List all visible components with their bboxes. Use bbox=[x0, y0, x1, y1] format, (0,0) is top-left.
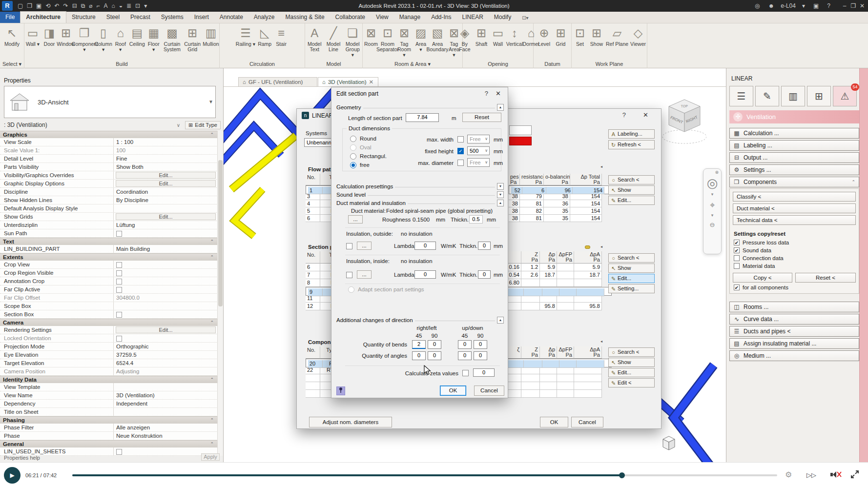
systems-sliders-button[interactable]: ☰ bbox=[729, 86, 753, 106]
restore-button[interactable]: ❐ bbox=[849, 2, 857, 9]
lambda-input[interactable]: 0 bbox=[414, 242, 436, 250]
property-value[interactable]: 304800.0 bbox=[113, 294, 218, 302]
components-edit--2-button[interactable]: Edit...✎ bbox=[608, 368, 655, 377]
property-value[interactable] bbox=[113, 310, 218, 318]
ribbon-tab-insert[interactable]: Insert bbox=[189, 12, 214, 23]
ribbon-button-floor[interactable]: ▦Floor ▾ bbox=[145, 25, 162, 61]
ribbon-button-mullion[interactable]: ▥Mullion bbox=[203, 25, 219, 61]
sheet-icon[interactable]: ⧉ bbox=[81, 2, 85, 9]
insulation-inside-checkbox[interactable] bbox=[346, 272, 352, 278]
property-value[interactable]: 1 : 100 bbox=[113, 138, 218, 146]
property-value[interactable]: Fine bbox=[113, 155, 218, 163]
property-value[interactable]: Edit... bbox=[113, 213, 218, 221]
volume-muted-icon[interactable] bbox=[830, 470, 842, 481]
navigation-bar[interactable]: ⊗ ◎ ▾ ⌖ ▾ ⊖ bbox=[703, 168, 722, 254]
properties-section-general[interactable]: General⌃ bbox=[0, 440, 218, 447]
radio-rectangular[interactable] bbox=[350, 153, 356, 160]
ribbon-button-curtain-grid[interactable]: ⊞Curtain Grid bbox=[182, 25, 203, 61]
collapse-section-button[interactable]: ▲ bbox=[497, 104, 504, 111]
ribbon-button-stair[interactable]: ≡Stair bbox=[273, 25, 289, 61]
close-icon[interactable]: ✕ bbox=[369, 79, 374, 85]
components-show-1-button[interactable]: Show↖ bbox=[608, 358, 655, 367]
settings-gear-icon[interactable]: ⚙ bbox=[785, 470, 792, 479]
minimize-button[interactable]: – bbox=[841, 2, 848, 9]
property-value[interactable] bbox=[113, 334, 218, 342]
properties-help-link[interactable]: Properties help bbox=[4, 455, 40, 461]
radio-free[interactable] bbox=[350, 162, 356, 168]
max-diameter-checkbox[interactable] bbox=[457, 160, 464, 166]
progress-track[interactable] bbox=[72, 474, 777, 476]
properties-section-phasing[interactable]: Phasing⌃ bbox=[0, 416, 218, 424]
ribbon-button-show[interactable]: ⊞Show bbox=[588, 25, 605, 61]
section-show-button[interactable]: Show↖ bbox=[608, 264, 655, 273]
fullscreen-icon[interactable] bbox=[850, 470, 859, 481]
max-width-select[interactable]: Free∨ bbox=[467, 135, 490, 143]
edit-type-button[interactable]: ⊞ Edit Type bbox=[185, 121, 221, 129]
flow-edit--button[interactable]: Edit...✎ bbox=[608, 196, 655, 205]
ribbon-tab-analyze[interactable]: Analyze bbox=[248, 12, 280, 23]
edit-button[interactable]: Edit... bbox=[116, 326, 216, 333]
ribbon-tab-view[interactable]: View bbox=[371, 12, 394, 23]
view-cube[interactable]: TOP FRONT RIGHT bbox=[660, 94, 706, 148]
collapse-icon[interactable]: ⌃ bbox=[210, 254, 214, 261]
ribbon-button-room-separator[interactable]: ⊡Room Separator bbox=[379, 25, 396, 61]
ribbon-button-grid[interactable]: ⊞Grid bbox=[553, 25, 569, 61]
ribbon-button-modify[interactable]: ↖Modify bbox=[3, 25, 21, 61]
ribbon-tab-add-ins[interactable]: Add-Ins bbox=[426, 12, 456, 23]
properties-scrollbar[interactable] bbox=[217, 131, 223, 456]
edit-button[interactable]: Edit... bbox=[116, 180, 216, 187]
cancel-button[interactable]: Cancel bbox=[571, 417, 603, 427]
properties-section-text[interactable]: Text⌃ bbox=[0, 238, 218, 245]
close-icon[interactable]: ✕ bbox=[496, 90, 501, 97]
ok-button[interactable]: OK bbox=[540, 417, 568, 427]
save-icon[interactable]: ▣ bbox=[36, 2, 41, 9]
property-value[interactable] bbox=[113, 269, 218, 277]
calculation--button[interactable]: ▦Calculation ... bbox=[729, 128, 859, 139]
property-value[interactable]: Edit... bbox=[113, 326, 218, 334]
assign-insulating-material--button[interactable]: ▤Assign insulating material ... bbox=[729, 338, 859, 349]
bends-90-rl-input[interactable]: 0 bbox=[428, 340, 441, 349]
property-checkbox[interactable] bbox=[116, 449, 122, 455]
property-value[interactable]: 100 bbox=[113, 146, 218, 154]
checkbox[interactable]: ✔ bbox=[734, 247, 740, 253]
calculate-zeta-checkbox[interactable] bbox=[462, 370, 469, 376]
property-checkbox[interactable] bbox=[116, 262, 122, 268]
collapse-icon[interactable]: ⌃ bbox=[851, 180, 855, 184]
max-width-checkbox[interactable] bbox=[457, 136, 464, 142]
close-button[interactable]: ✕ bbox=[858, 2, 866, 9]
ribbon-tab-massing-site[interactable]: Massing & Site bbox=[280, 12, 330, 23]
properties-section-identity-data[interactable]: Identity Data⌃ bbox=[0, 376, 218, 383]
property-value[interactable]: Adjusting bbox=[113, 367, 218, 375]
user-interface-icon[interactable]: ⊡ bbox=[135, 2, 140, 9]
property-value[interactable]: Coordination bbox=[113, 188, 218, 196]
ribbon-button-area-boundary[interactable]: ▧Area Boundary bbox=[429, 25, 446, 61]
bends-45-ud-input[interactable]: 0 bbox=[458, 340, 472, 349]
property-checkbox[interactable] bbox=[116, 231, 122, 237]
app-store-icon[interactable]: ▣ bbox=[813, 0, 819, 12]
property-value[interactable]: Orthographic bbox=[113, 343, 218, 350]
ribbon-tab-modify[interactable]: Modify bbox=[489, 12, 517, 23]
copy-button[interactable]: Copy < bbox=[733, 273, 792, 283]
refresh--button[interactable]: Refresh <↻ bbox=[608, 140, 655, 149]
ribbon-button-vertical[interactable]: ↕Vertical bbox=[506, 25, 523, 61]
ribbon-button-by-face[interactable]: ◈By Face bbox=[456, 25, 473, 61]
lambda-input[interactable]: 0 bbox=[414, 270, 436, 279]
property-checkbox[interactable] bbox=[116, 287, 122, 293]
angles-90-rl-input[interactable]: 0 bbox=[428, 351, 441, 360]
ribbon-button-column[interactable]: ▯Column ▾ bbox=[95, 25, 112, 61]
zeta-value-input[interactable]: 0 bbox=[473, 368, 495, 377]
property-value[interactable]: 3D (Ventilation) bbox=[113, 391, 218, 399]
text-icon[interactable]: A bbox=[104, 2, 108, 9]
ribbon-button-viewer[interactable]: ◇Viewer bbox=[629, 25, 647, 61]
undo-icon[interactable]: ↶ bbox=[55, 2, 60, 9]
bends-45-rl-input[interactable]: 2 bbox=[412, 340, 426, 349]
ribbon-tab-systems[interactable]: Systems bbox=[156, 12, 189, 23]
output--button[interactable]: ⊟Output ... bbox=[729, 152, 859, 163]
section-setting--button[interactable]: Setting...✎ bbox=[608, 284, 655, 293]
ribbon-button-door[interactable]: ◨Door bbox=[41, 25, 58, 61]
bends-90-ud-input[interactable]: 0 bbox=[474, 340, 487, 349]
settings--button[interactable]: ⚙Settings ... bbox=[729, 164, 859, 175]
insulation-thickness-input[interactable]: 0 bbox=[478, 270, 491, 279]
collapse-icon[interactable]: ⊖ bbox=[703, 222, 721, 228]
section-search--button[interactable]: Search <○ bbox=[608, 253, 655, 263]
